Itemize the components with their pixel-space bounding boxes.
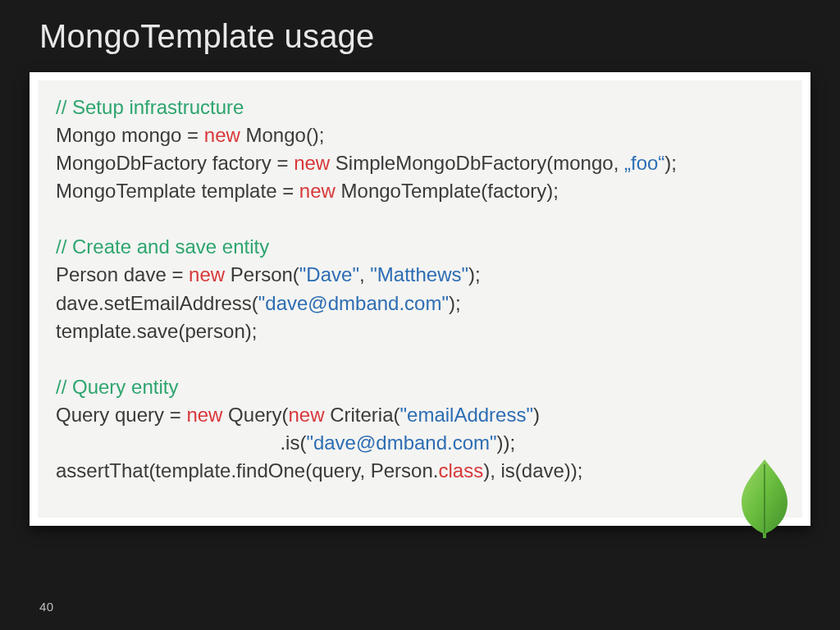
code-string: „foo“ (624, 152, 664, 174)
code-text: template.save(person); (56, 320, 257, 342)
code-comment: // Setup infrastructure (56, 96, 244, 118)
code-text: ), is(dave)); (483, 459, 582, 482)
code-string: "Matthews" (370, 263, 468, 285)
code-text: Query query = (56, 404, 186, 426)
code-panel: // Setup infrastructure Mongo mongo = ne… (30, 72, 810, 526)
code-keyword: new (186, 404, 222, 426)
code-keyword: class (438, 459, 483, 482)
code-text: Criteria( (325, 404, 400, 426)
code-text: assertThat(template.findOne(query, Perso… (56, 459, 438, 482)
code-text: .is( (56, 431, 306, 454)
code-string: "dave@dmband.com" (306, 431, 496, 454)
code-text: Mongo(); (240, 124, 325, 146)
code-keyword: new (204, 124, 240, 146)
slide: MongoTemplate usage // Setup infrastruct… (0, 0, 840, 630)
code-text: Person( (225, 263, 299, 285)
code-text: SimpleMongoDbFactory(mongo, (330, 152, 624, 174)
code-text: Person dave = (56, 263, 189, 285)
code-text: MongoTemplate(factory); (336, 180, 559, 202)
code-string: "emailAddress" (400, 404, 533, 426)
code-string: "Dave" (299, 263, 359, 285)
code-comment: // Query entity (56, 376, 178, 398)
code-text: ) (533, 404, 540, 426)
slide-title: MongoTemplate usage (0, 0, 840, 55)
code-text: MongoTemplate template = (56, 180, 299, 202)
code-text: MongoDbFactory factory = (56, 152, 294, 174)
code-text: Query( (222, 404, 288, 426)
code-keyword: new (189, 263, 225, 285)
code-text: , (359, 263, 370, 285)
code-text: )); (497, 431, 516, 454)
code-text: ); (449, 292, 461, 314)
code-keyword: new (299, 180, 336, 202)
code-keyword: new (294, 152, 330, 174)
code-block: // Setup infrastructure Mongo mongo = ne… (56, 94, 784, 485)
code-text: ); (468, 263, 481, 285)
code-string: "dave@dmband.com" (258, 292, 449, 314)
code-text: dave.setEmailAddress( (56, 292, 258, 314)
code-keyword: new (288, 404, 324, 426)
code-text: ); (664, 152, 677, 174)
code-text: Mongo mongo = (56, 124, 204, 146)
code-comment: // Create and save entity (56, 235, 269, 258)
mongodb-leaf-icon (738, 458, 791, 540)
page-number: 40 (39, 600, 54, 614)
